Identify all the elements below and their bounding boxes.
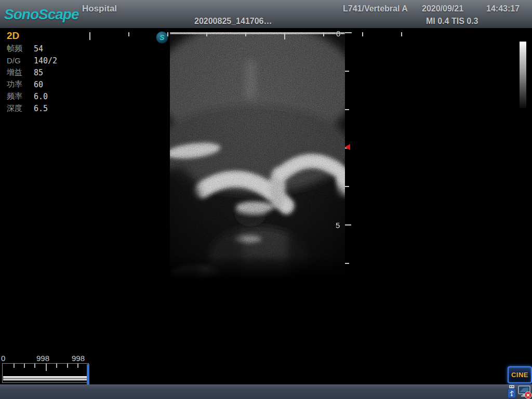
width-scale-tick	[323, 32, 324, 36]
depth-scale-tick	[345, 186, 349, 187]
mode-label: 2D	[7, 30, 57, 43]
param-value: 6.5	[34, 104, 48, 113]
cine-scrubber[interactable]	[2, 363, 89, 383]
depth-label-5: 5	[336, 221, 340, 230]
depth-scale-tick	[345, 32, 352, 33]
width-scale-tick	[401, 32, 402, 36]
param-label: 增益	[7, 68, 34, 77]
param-label: 功率	[7, 79, 34, 89]
cine-ruler-tick	[46, 364, 47, 371]
param-value: 54	[34, 44, 43, 54]
param-row-frame-rate: 帧频 54	[7, 43, 57, 55]
param-row-frequency: 频率 6.0	[7, 90, 57, 102]
param-label: 深度	[7, 103, 34, 113]
cine-ruler-tick	[56, 364, 57, 368]
depth-scale-tick	[345, 263, 349, 264]
width-scale-tick	[206, 32, 207, 36]
sonoscape-logo: SonoScape	[4, 6, 78, 23]
imaging-parameters-panel: 2D 帧频 54 D/G 140/2 增益 85 功率 60 频率 6.0 深度…	[7, 30, 57, 114]
param-value: 6.0	[34, 92, 48, 101]
cine-mode-button[interactable]: CINE	[508, 366, 532, 383]
taskbar	[0, 384, 532, 399]
cine-ruler-tick	[14, 364, 15, 368]
cine-ruler-tick	[67, 364, 68, 368]
cine-track[interactable]	[3, 376, 88, 381]
param-row-gain: 增益 85	[7, 66, 57, 78]
width-scale-tick	[128, 32, 129, 36]
cine-ruler-tick	[34, 364, 35, 368]
network-computer-error-icon[interactable]	[518, 385, 532, 399]
depth-label-0: 0	[336, 29, 340, 38]
param-label: 帧频	[7, 44, 34, 54]
param-value: 60	[34, 80, 43, 89]
probe-preset: L741/Vertebral A	[343, 4, 408, 14]
depth-scale-tick	[345, 224, 351, 225]
grayscale-map-bar	[520, 42, 526, 108]
hospital-name: Hospital	[82, 4, 117, 14]
param-row-power: 功率 60	[7, 78, 57, 90]
cine-position-handle[interactable]	[87, 364, 89, 387]
param-value: 85	[34, 68, 43, 77]
focus-position-marker[interactable]	[345, 144, 350, 150]
width-scale-tick	[89, 32, 90, 40]
depth-scale-tick	[345, 109, 349, 110]
cine-ruler-tick	[24, 364, 25, 368]
system-time: 14:43:17	[486, 4, 520, 14]
cine-total-frames: 998	[36, 354, 49, 363]
param-row-dynamic-range: D/G 140/2	[7, 55, 57, 66]
param-label: 频率	[7, 91, 34, 101]
depth-scale-tick	[345, 71, 349, 72]
cine-ruler-tick	[77, 364, 78, 368]
exam-file-id: 20200825_141706…	[194, 17, 272, 26]
probe-orientation-marker: S	[156, 31, 168, 44]
param-value: 140/2	[34, 56, 57, 65]
cine-start-frame: 0	[1, 354, 5, 363]
width-scale-tick	[245, 32, 246, 36]
ultrasound-image	[170, 32, 345, 281]
mi-tis-indices: MI 0.4 TIS 0.3	[426, 17, 478, 26]
title-bar: SonoScape Hospital 20200825_141706… L741…	[0, 0, 532, 30]
usb-device-icon[interactable]	[506, 385, 518, 399]
width-scale-tick	[362, 32, 363, 36]
param-label: D/G	[7, 56, 34, 65]
width-scale-tick	[284, 32, 285, 39]
system-date: 2020/09/21	[422, 4, 463, 14]
width-scale-tick	[167, 32, 168, 36]
param-row-depth: 深度 6.5	[7, 102, 57, 114]
cine-current-frame: 998	[72, 354, 85, 363]
